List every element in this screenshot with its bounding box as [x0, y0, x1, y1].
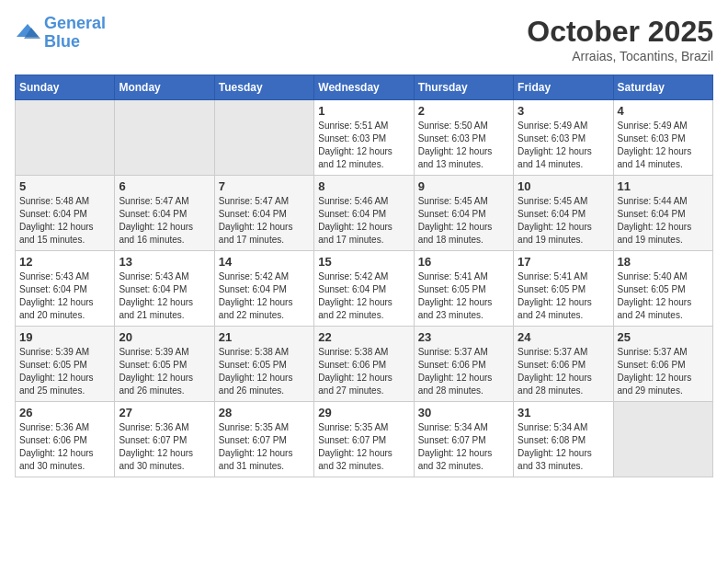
day-number: 13 [119, 255, 210, 269]
day-number: 28 [219, 406, 310, 419]
calendar-cell [613, 402, 712, 477]
page-header: GeneralBlue October 2025 Arraias, Tocant… [15, 15, 713, 63]
calendar-cell [115, 100, 214, 176]
day-number: 10 [518, 179, 609, 193]
day-info: Sunrise: 5:38 AM Sunset: 6:06 PM Dayligh… [318, 346, 409, 397]
weekday-header: Tuesday [214, 75, 313, 100]
calendar-cell: 2Sunrise: 5:50 AM Sunset: 6:03 PM Daylig… [414, 100, 513, 176]
day-number: 6 [119, 179, 210, 193]
day-number: 24 [518, 330, 609, 344]
logo-text: GeneralBlue [44, 15, 106, 52]
day-number: 22 [318, 330, 409, 344]
weekday-header: Thursday [414, 75, 513, 100]
calendar-cell: 31Sunrise: 5:34 AM Sunset: 6:08 PM Dayli… [514, 402, 613, 477]
calendar-cell: 9Sunrise: 5:45 AM Sunset: 6:04 PM Daylig… [414, 176, 513, 251]
calendar-cell: 27Sunrise: 5:36 AM Sunset: 6:07 PM Dayli… [115, 402, 214, 477]
weekday-header: Saturday [613, 75, 712, 100]
day-info: Sunrise: 5:42 AM Sunset: 6:04 PM Dayligh… [219, 270, 310, 322]
day-info: Sunrise: 5:36 AM Sunset: 6:06 PM Dayligh… [19, 421, 110, 473]
day-info: Sunrise: 5:43 AM Sunset: 6:04 PM Dayligh… [119, 270, 210, 322]
day-number: 26 [19, 406, 110, 419]
logo-icon [15, 20, 40, 46]
day-info: Sunrise: 5:48 AM Sunset: 6:04 PM Dayligh… [19, 195, 110, 247]
day-info: Sunrise: 5:41 AM Sunset: 6:05 PM Dayligh… [418, 270, 509, 322]
day-number: 8 [318, 179, 409, 193]
day-info: Sunrise: 5:35 AM Sunset: 6:07 PM Dayligh… [219, 421, 310, 473]
day-number: 29 [318, 406, 409, 419]
day-number: 30 [418, 406, 509, 419]
weekday-header: Wednesday [314, 75, 414, 100]
calendar-cell: 15Sunrise: 5:42 AM Sunset: 6:04 PM Dayli… [314, 251, 414, 327]
calendar-cell: 5Sunrise: 5:48 AM Sunset: 6:04 PM Daylig… [16, 176, 115, 251]
calendar-cell: 4Sunrise: 5:49 AM Sunset: 6:03 PM Daylig… [613, 100, 712, 176]
day-number: 31 [518, 406, 609, 419]
calendar-cell: 11Sunrise: 5:44 AM Sunset: 6:04 PM Dayli… [613, 176, 712, 251]
day-info: Sunrise: 5:37 AM Sunset: 6:06 PM Dayligh… [518, 346, 609, 397]
calendar-cell: 7Sunrise: 5:47 AM Sunset: 6:04 PM Daylig… [214, 176, 313, 251]
day-info: Sunrise: 5:35 AM Sunset: 6:07 PM Dayligh… [318, 421, 409, 473]
calendar-week-row: 26Sunrise: 5:36 AM Sunset: 6:06 PM Dayli… [16, 402, 713, 477]
calendar-cell: 19Sunrise: 5:39 AM Sunset: 6:05 PM Dayli… [16, 327, 115, 402]
day-info: Sunrise: 5:45 AM Sunset: 6:04 PM Dayligh… [518, 195, 609, 247]
day-info: Sunrise: 5:41 AM Sunset: 6:05 PM Dayligh… [518, 270, 609, 322]
calendar-cell: 16Sunrise: 5:41 AM Sunset: 6:05 PM Dayli… [414, 251, 513, 327]
day-info: Sunrise: 5:39 AM Sunset: 6:05 PM Dayligh… [19, 346, 110, 397]
calendar-cell: 6Sunrise: 5:47 AM Sunset: 6:04 PM Daylig… [115, 176, 214, 251]
calendar-cell: 14Sunrise: 5:42 AM Sunset: 6:04 PM Dayli… [214, 251, 313, 327]
day-number: 14 [219, 255, 310, 269]
day-info: Sunrise: 5:40 AM Sunset: 6:05 PM Dayligh… [618, 270, 709, 322]
day-number: 12 [19, 255, 110, 269]
calendar-cell: 25Sunrise: 5:37 AM Sunset: 6:06 PM Dayli… [613, 327, 712, 402]
calendar-cell: 21Sunrise: 5:38 AM Sunset: 6:05 PM Dayli… [214, 327, 313, 402]
calendar-cell: 18Sunrise: 5:40 AM Sunset: 6:05 PM Dayli… [613, 251, 712, 327]
calendar-cell: 3Sunrise: 5:49 AM Sunset: 6:03 PM Daylig… [514, 100, 613, 176]
day-number: 23 [418, 330, 509, 344]
calendar-cell: 1Sunrise: 5:51 AM Sunset: 6:03 PM Daylig… [314, 100, 414, 176]
day-info: Sunrise: 5:43 AM Sunset: 6:04 PM Dayligh… [19, 270, 110, 322]
day-info: Sunrise: 5:46 AM Sunset: 6:04 PM Dayligh… [318, 195, 409, 247]
logo: GeneralBlue [15, 15, 106, 52]
title-block: October 2025 Arraias, Tocantins, Brazil [527, 15, 713, 63]
calendar-cell: 29Sunrise: 5:35 AM Sunset: 6:07 PM Dayli… [314, 402, 414, 477]
calendar-table: SundayMondayTuesdayWednesdayThursdayFrid… [15, 75, 713, 477]
day-number: 3 [518, 104, 609, 118]
day-number: 17 [518, 255, 609, 269]
calendar-week-row: 12Sunrise: 5:43 AM Sunset: 6:04 PM Dayli… [16, 251, 713, 327]
day-info: Sunrise: 5:49 AM Sunset: 6:03 PM Dayligh… [618, 120, 709, 171]
weekday-header: Monday [115, 75, 214, 100]
day-number: 25 [618, 330, 709, 344]
calendar-cell: 23Sunrise: 5:37 AM Sunset: 6:06 PM Dayli… [414, 327, 513, 402]
day-number: 9 [418, 179, 509, 193]
day-number: 16 [418, 255, 509, 269]
day-number: 1 [318, 104, 409, 118]
day-info: Sunrise: 5:45 AM Sunset: 6:04 PM Dayligh… [418, 195, 509, 247]
calendar-cell: 10Sunrise: 5:45 AM Sunset: 6:04 PM Dayli… [514, 176, 613, 251]
weekday-header-row: SundayMondayTuesdayWednesdayThursdayFrid… [16, 75, 713, 100]
calendar-cell: 22Sunrise: 5:38 AM Sunset: 6:06 PM Dayli… [314, 327, 414, 402]
calendar-week-row: 1Sunrise: 5:51 AM Sunset: 6:03 PM Daylig… [16, 100, 713, 176]
calendar-cell: 13Sunrise: 5:43 AM Sunset: 6:04 PM Dayli… [115, 251, 214, 327]
calendar-week-row: 5Sunrise: 5:48 AM Sunset: 6:04 PM Daylig… [16, 176, 713, 251]
day-info: Sunrise: 5:42 AM Sunset: 6:04 PM Dayligh… [318, 270, 409, 322]
day-number: 5 [19, 179, 110, 193]
calendar-cell: 26Sunrise: 5:36 AM Sunset: 6:06 PM Dayli… [16, 402, 115, 477]
day-info: Sunrise: 5:34 AM Sunset: 6:07 PM Dayligh… [418, 421, 509, 473]
calendar-cell: 20Sunrise: 5:39 AM Sunset: 6:05 PM Dayli… [115, 327, 214, 402]
day-info: Sunrise: 5:39 AM Sunset: 6:05 PM Dayligh… [119, 346, 210, 397]
calendar-cell: 30Sunrise: 5:34 AM Sunset: 6:07 PM Dayli… [414, 402, 513, 477]
day-info: Sunrise: 5:36 AM Sunset: 6:07 PM Dayligh… [119, 421, 210, 473]
day-number: 2 [418, 104, 509, 118]
location: Arraias, Tocantins, Brazil [527, 49, 713, 63]
calendar-week-row: 19Sunrise: 5:39 AM Sunset: 6:05 PM Dayli… [16, 327, 713, 402]
day-number: 7 [219, 179, 310, 193]
day-number: 27 [119, 406, 210, 419]
day-info: Sunrise: 5:47 AM Sunset: 6:04 PM Dayligh… [119, 195, 210, 247]
calendar-cell [16, 100, 115, 176]
day-number: 19 [19, 330, 110, 344]
day-info: Sunrise: 5:47 AM Sunset: 6:04 PM Dayligh… [219, 195, 310, 247]
day-number: 11 [618, 179, 709, 193]
day-number: 18 [618, 255, 709, 269]
calendar-cell: 24Sunrise: 5:37 AM Sunset: 6:06 PM Dayli… [514, 327, 613, 402]
calendar-cell: 8Sunrise: 5:46 AM Sunset: 6:04 PM Daylig… [314, 176, 414, 251]
day-info: Sunrise: 5:50 AM Sunset: 6:03 PM Dayligh… [418, 120, 509, 171]
